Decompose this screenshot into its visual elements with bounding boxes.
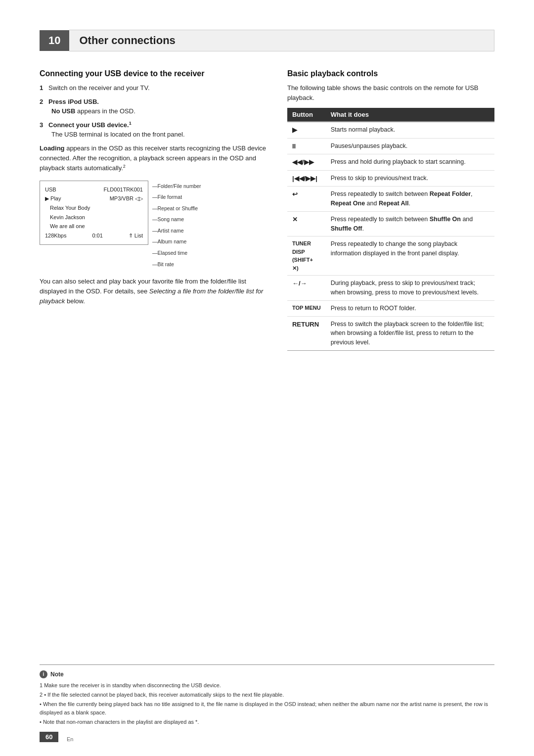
note-item-4: • Note that non-roman characters in the … [40,718,494,726]
table-row: |◀◀/▶▶| Press to skip to previous/next t… [287,170,494,187]
note-section: i Note 1 Make sure the receiver is in st… [40,664,494,726]
osd-line1-val: FLD001TRK001 [104,185,143,194]
btn-shuffle: ✕ [287,211,326,236]
playback-table: Button What it does ▶ Starts normal play… [287,108,494,351]
desc-scan: Press and hold during playback to start … [326,154,494,171]
table-row: ↩ Press repeatedly to switch between Rep… [287,187,494,212]
annot-album: —Album name [152,236,227,247]
table-row: RETURN Press to switch the playback scre… [287,316,494,350]
osd-line2-val: MP3/VBR ◁▷ [110,194,143,203]
annot-folder: —Folder/File number [152,181,227,192]
osd-line5: We are all one [45,222,143,231]
table-row: TUNERDISP(SHIFT+✕) Press repeatedly to c… [287,236,494,276]
step-3-sup: 1 [129,121,132,126]
btn-repeat: ↩ [287,187,326,212]
desc-lr: During playback, press to skip to previo… [326,276,494,301]
btn-topmenu: TOP MENU [287,300,326,316]
table-row: ←/→ During playback, press to skip to pr… [287,276,494,301]
loading-paragraph: Loading appears in the OSD as this recei… [40,143,267,174]
annot-artist: —Artist name [152,225,227,236]
step-1-num: 1 [40,84,46,92]
btn-pause: II [287,138,326,154]
desc-pause: Pauses/unpauses playback. [326,138,494,154]
table-row: ◀◀/▶▶ Press and hold during playback to … [287,154,494,171]
step-3-num: 3 [40,121,46,129]
right-intro: The following table shows the basic cont… [287,83,494,103]
page-number: 60 [40,732,58,742]
annot-bitrate: —Bit rate [152,259,227,270]
table-row: ✕ Press repeatedly to switch between Shu… [287,211,494,236]
note-item-2: 2 • If the file selected cannot be playe… [40,691,494,699]
main-content: Connecting your USB device to the receiv… [40,69,494,351]
table-row: TOP MENU Press to return to ROOT folder. [287,300,494,316]
osd-line4: Kevin Jackson [45,213,143,222]
note-title: i Note [40,670,494,679]
right-section-title: Basic playback controls [287,69,494,78]
page: 10 Other connections Connecting your USB… [0,0,534,756]
note-item-1: 1 Make sure the receiver is in standby w… [40,681,494,690]
chapter-header: 10 Other connections [40,30,494,51]
note-label: Note [50,670,64,679]
osd-diagram-wrap: USB FLD001TRK001 ▶ Play MP3/VBR ◁▷ Relax… [40,181,227,270]
note-icon: i [40,670,47,678]
osd-diagram: USB FLD001TRK001 ▶ Play MP3/VBR ◁▷ Relax… [40,181,227,270]
left-column: Connecting your USB device to the receiv… [40,69,267,351]
btn-play: ▶ [287,122,326,138]
step-1-text: Switch on the receiver and your TV. [48,84,150,92]
step-2-desc: No USB appears in the OSD. [40,107,135,115]
osd-list-label: ⇑ List [129,231,143,240]
desc-shuffle: Press repeatedly to switch between Shuff… [326,211,494,236]
osd-line2-label: ▶ Play [45,194,61,203]
desc-skip: Press to skip to previous/next track. [326,170,494,187]
desc-repeat: Press repeatedly to switch between Repea… [326,187,494,212]
osd-line6-label: 128Kbps [45,231,66,240]
btn-return: RETURN [287,316,326,350]
step-3: 3 Connect your USB device.1 The USB term… [40,120,267,140]
table-header-row: Button What it does [287,108,494,122]
step-2-num: 2 [40,98,46,105]
annot-elapsed: —Elapsed time [152,247,227,259]
btn-lr: ←/→ [287,276,326,301]
step-2-title: Press iPod USB. [48,98,99,105]
step-3-title: Connect your USB device.1 [48,121,132,129]
btn-scan: ◀◀/▶▶ [287,154,326,171]
table-row: ▶ Starts normal playback. [287,122,494,138]
step-1: 1 Switch on the receiver and your TV. [40,83,267,93]
desc-play: Starts normal playback. [326,122,494,138]
no-usb-label: No USB [51,107,75,115]
annot-song: —Song name [152,214,227,225]
annot-repeat: —Repeat or Shuffle [152,203,227,214]
desc-return: Press to switch the playback screen to t… [326,316,494,350]
desc-topmenu: Press to return to ROOT folder. [326,300,494,316]
note-item-3: • When the file currently being played b… [40,700,494,717]
page-lang: En [67,736,73,742]
loading-sup: 2 [123,164,126,169]
osd-line6-time: 0:01 [92,231,102,240]
step-2: 2 Press iPod USB. No USB appears in the … [40,97,267,116]
step-3-desc: The USB terminal is located on the front… [40,131,185,138]
chapter-number: 10 [40,30,69,51]
osd-line3: Relax Your Body [45,203,143,213]
chapter-title: Other connections [69,30,494,51]
btn-skip: |◀◀/▶▶| [287,170,326,187]
right-column: Basic playback controls The following ta… [287,69,494,351]
col-what: What it does [326,108,494,122]
desc-tuner: Press repeatedly to change the song play… [326,236,494,276]
btn-tuner: TUNERDISP(SHIFT+✕) [287,236,326,276]
annot-format: —File format [152,191,227,203]
italic-ref: Selecting a file from the folder/file li… [40,287,263,305]
loading-label: Loading [40,144,65,152]
col-button: Button [287,108,326,122]
bottom-paragraph: You can also select and play back your f… [40,277,267,306]
osd-line1-label: USB [45,185,56,194]
left-section-title: Connecting your USB device to the receiv… [40,69,267,78]
table-row: II Pauses/unpauses playback. [287,138,494,154]
